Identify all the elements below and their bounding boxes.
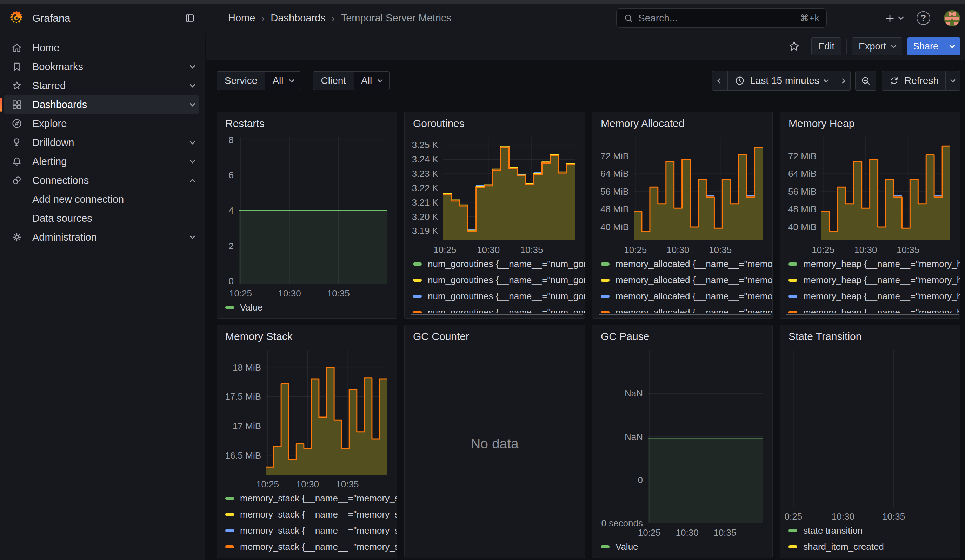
time-range-picker[interactable]: Last 15 minutes — [728, 71, 835, 90]
legend-item[interactable]: Value — [599, 539, 772, 555]
legend-item[interactable]: memory_stack {__name__="memory_stack" — [223, 490, 397, 506]
x-tick-label: 10:35 — [520, 245, 543, 255]
legend-item[interactable]: num_goroutines {__name__="num_goroutines… — [411, 256, 585, 272]
search-input[interactable] — [638, 13, 795, 24]
time-series-chart: NaNNaN00 seconds10:2510:3010:35Value — [592, 344, 772, 558]
panel-restarts: Restarts8642010:2510:3010:35Value — [216, 112, 397, 318]
legend-item[interactable]: state transition — [787, 522, 960, 539]
refresh-button[interactable]: Refresh — [882, 71, 946, 90]
sidebar-item-dashboards[interactable]: Dashboards — [3, 95, 199, 114]
legend-label: state transition — [803, 525, 862, 536]
chart-plot-area[interactable] — [266, 350, 387, 475]
sidebar-item-connections[interactable]: Connections — [3, 171, 199, 190]
legend-item[interactable]: memory_allocated {__name__="memory_alloc… — [599, 256, 772, 272]
legend-item[interactable]: memory_allocated {__name__="memory_alloc… — [599, 288, 772, 304]
legend-scrollbar[interactable] — [787, 314, 959, 315]
legend-item[interactable]: num_goroutines {__name__="num_goroutines… — [411, 304, 585, 313]
legend-item[interactable]: shard_item_created — [787, 539, 960, 555]
time-series-chart: 18 MiB17.5 MiB17 MiB16.5 MiB10:2510:3010… — [217, 344, 397, 558]
y-tick-label: 6 — [229, 170, 234, 181]
add-new-button[interactable] — [884, 13, 903, 24]
breadcrumb-home[interactable]: Home — [228, 12, 255, 24]
sidebar-item-home[interactable]: Home — [3, 38, 199, 57]
export-button[interactable]: Export — [852, 37, 902, 56]
zoom-out-icon — [860, 75, 871, 86]
y-tick-label: 56 MiB — [600, 186, 629, 197]
sidebar-item-add-new-connection[interactable]: Add new connection — [3, 190, 199, 209]
panel-title[interactable]: State Transition — [780, 325, 960, 344]
legend-item[interactable]: memory_heap {__name__="memory_heap" — [787, 304, 960, 313]
service-variable-value[interactable]: All — [265, 71, 301, 90]
panel-title[interactable]: GC Pause — [592, 325, 772, 344]
chart-plot-area[interactable] — [239, 137, 387, 284]
sidebar-item-alerting[interactable]: Alerting — [3, 152, 199, 171]
search-box[interactable]: ⌘+k — [616, 8, 827, 28]
x-axis: 10:2510:3010:35 — [266, 475, 387, 490]
panel-title[interactable]: Memory Stack — [217, 325, 397, 344]
legend-item[interactable]: num_goroutines {__name__="num_goroutines… — [411, 272, 585, 288]
legend-label: memory_allocated {__name__="memory_alloc… — [615, 275, 772, 286]
share-button[interactable]: Share — [908, 37, 944, 56]
legend-item[interactable]: num_goroutines {__name__="num_goroutines… — [411, 288, 585, 304]
refresh-interval-button[interactable] — [945, 71, 960, 90]
panel-title[interactable]: Memory Heap — [780, 112, 960, 131]
x-tick-label: 10:30 — [278, 288, 301, 299]
user-avatar[interactable] — [944, 10, 960, 26]
legend-label: Value — [615, 541, 638, 552]
client-variable-label: Client — [313, 71, 355, 90]
legend-item[interactable]: memory_heap {__name__="memory_heap" — [787, 288, 960, 304]
dock-sidebar-toggle-button[interactable] — [184, 13, 196, 23]
time-shift-forward-button[interactable] — [835, 71, 851, 90]
x-tick-label: 10:25 — [229, 288, 252, 299]
legend: memory_stack {__name__="memory_stack"mem… — [223, 490, 397, 555]
chart-plot-area[interactable] — [821, 137, 950, 240]
zoom-out-button[interactable] — [855, 71, 876, 90]
sidebar-item-starred[interactable]: Starred — [3, 76, 199, 95]
chart-plot-area[interactable] — [443, 137, 575, 240]
sidebar-item-bookmarks[interactable]: Bookmarks — [3, 57, 199, 76]
legend-item[interactable]: memory_allocated {__name__="memory_alloc… — [599, 304, 772, 313]
x-tick-label: 10:30 — [832, 511, 854, 522]
breadcrumb-dashboards[interactable]: Dashboards — [271, 12, 325, 24]
legend: memory_heap {__name__="memory_heap"memor… — [787, 255, 960, 313]
legend-scrollbar[interactable] — [411, 314, 583, 315]
y-tick-label: 16.5 MiB — [225, 450, 261, 461]
share-menu-button[interactable] — [944, 37, 960, 56]
service-variable-selected: All — [272, 75, 283, 87]
legend-label: memory_stack {__name__="memory_stack" — [240, 525, 397, 536]
chart-plot-area[interactable] — [634, 137, 762, 240]
legend-label: memory_heap {__name__="memory_heap" — [803, 291, 960, 302]
legend-item[interactable]: Value — [223, 299, 397, 315]
x-tick-label: 10:30 — [477, 245, 500, 255]
chart-plot-area[interactable] — [788, 350, 950, 507]
favorite-star-button[interactable] — [788, 40, 800, 53]
panel-title[interactable]: Restarts — [217, 112, 397, 131]
sidebar-item-label: Add new connection — [32, 194, 199, 205]
sidebar-item-explore[interactable]: Explore — [3, 114, 199, 133]
x-tick-label: 10:25 — [638, 527, 661, 538]
client-variable-value[interactable]: All — [354, 71, 389, 90]
legend-scrollbar[interactable] — [599, 314, 771, 315]
legend: state transitionshard_item_created — [787, 522, 960, 555]
legend-item[interactable]: memory_stack {__name__="memory_stack" — [223, 506, 397, 522]
chart-plot-area[interactable] — [648, 350, 762, 523]
legend-item[interactable]: memory_heap {__name__="memory_heap" — [787, 272, 960, 288]
y-axis: 86420 — [223, 137, 239, 284]
panel-title[interactable]: GC Counter — [405, 325, 585, 344]
legend-item[interactable]: memory_allocated {__name__="memory_alloc… — [599, 272, 772, 288]
time-shift-back-button[interactable] — [712, 71, 728, 90]
sidebar-item-data-sources[interactable]: Data sources — [3, 209, 199, 228]
help-button[interactable]: ? — [917, 11, 930, 25]
x-tick-label: 10:30 — [666, 245, 689, 255]
legend-item[interactable]: memory_stack {__name__="memory_stack" — [223, 522, 397, 539]
edit-button[interactable]: Edit — [811, 37, 841, 56]
sidebar-item-administration[interactable]: Administration — [3, 228, 199, 247]
legend-label: memory_stack {__name__="memory_stack" — [240, 493, 397, 504]
y-tick-label: 3.20 K — [412, 211, 438, 222]
bell-icon — [11, 156, 23, 167]
panel-title[interactable]: Memory Allocated — [592, 112, 772, 131]
legend-item[interactable]: memory_stack {__name__="memory_stack" — [223, 539, 397, 555]
panel-title[interactable]: Goroutines — [405, 112, 585, 131]
legend-item[interactable]: memory_heap {__name__="memory_heap" — [787, 256, 960, 272]
sidebar-item-drilldown[interactable]: Drilldown — [3, 133, 199, 152]
